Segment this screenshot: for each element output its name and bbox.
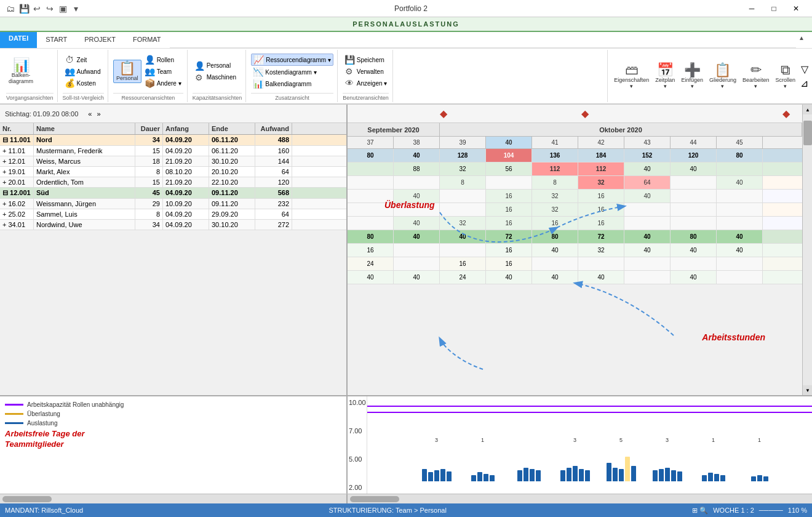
month-oct: Oktober 2020 [440,123,802,136]
eigenschaften-button[interactable]: 🗃 Eigenschaften▾ [611,62,651,90]
grid-h1-37: 80 [348,149,394,162]
aufwand-icon: 👥 [65,66,74,76]
tab-datei[interactable]: DATEI [0,32,37,48]
grid-h2-42: 112 [578,162,624,175]
stichtag-bar: Stichtag: 01.09.20 08:00 « » [0,105,346,123]
nav-fwd-arrow[interactable]: » [97,110,100,118]
grid-h1-43: 152 [624,149,671,162]
filter2-icon[interactable]: ⊿ [800,78,808,89]
h-scrollbar-right[interactable] [348,494,812,503]
td-anfang: 10.09.20 [163,199,209,209]
grid-h2-41: 112 [532,162,578,175]
td-ende: 20.10.20 [209,167,255,177]
einfuegen-icon: ➕ [684,63,701,77]
table-row: + 34.01 Nordwind, Uwe 34 04.09.20 30.10.… [0,220,346,230]
minimize-button[interactable]: ─ [741,0,763,17]
andere-button[interactable]: 📦Andere ▾ [143,78,183,89]
td-anfang: 04.09.20 [163,188,209,198]
td-name: Mustermann, Frederik [34,146,135,156]
td-nr: + 11.01 [0,146,34,156]
table-row: ⊟ 11.001 Nord 34 04.09.20 06.11.20 488 [0,135,346,146]
aufwand-button[interactable]: 👥Aufwand [63,66,103,77]
rollen-button[interactable]: 👤Rollen [143,54,183,65]
personal-kap-button[interactable]: 👤Personal [193,60,238,71]
team-button[interactable]: 👥Team [143,66,183,77]
bar-count-42: 5 [619,437,623,443]
vertical-scrollbar[interactable]: ▲ ▼ [802,105,812,395]
arbeitsstunden-annotation: Arbeitsstunden [702,332,765,342]
h-scroll-thumb-left[interactable] [2,496,52,502]
week-row: 37 38 39 40 41 42 43 44 45 [348,137,802,149]
h-scroll-thumb-right[interactable] [350,496,399,502]
ribbon-group-benutzer: 💾Speichern ⚙Verwalten 👁Anzeigen ▾ Benutz… [339,50,393,102]
bar [428,472,433,481]
maschinen-button[interactable]: ⚙Maschinen [193,72,238,83]
week-38: 38 [394,137,440,148]
status-woche: WOCHE 1 : 2 [713,507,754,514]
personal-res-button[interactable]: 📋 Personal [113,60,141,83]
save-icon[interactable]: 💾 [18,3,30,14]
zeit-button[interactable]: ⏱Zeit [63,54,103,65]
tab-start[interactable]: START [37,32,76,48]
th-ende: Ende [209,123,255,134]
quick-access: 💾 ↩ ↪ ▣ ▾ [18,3,81,14]
tab-projekt[interactable]: PROJEKT [76,32,124,48]
undo-icon[interactable]: ↩ [31,3,42,14]
grid-h1-40: 104 [486,149,532,162]
gliederung-button[interactable]: 📋 Gliederung▾ [707,62,739,90]
kostendiagramm-button[interactable]: 📉Kostendiagramm ▾ [251,66,333,78]
filter-icon[interactable]: ▽ [801,63,808,75]
bar [763,476,768,481]
bar-count-39: 1 [481,437,484,443]
legend-auslastung-text: Auslastung [27,420,57,427]
redo-icon[interactable]: ↪ [44,3,55,14]
zeitplan-button[interactable]: 📅 Zeitplan▾ [653,62,677,90]
td-dauer: 34 [135,220,163,230]
scroll-thumb[interactable] [803,121,812,145]
verwalten-button[interactable]: ⚙Verwalten [343,66,389,77]
maximize-button[interactable]: □ [763,0,785,17]
grid-h1-41: 136 [532,149,578,162]
td-ende: 30.10.20 [209,156,255,166]
ribbon-collapse-icon[interactable]: ▲ [796,32,807,43]
td-dauer: 15 [135,146,163,156]
scroll-down-arrow[interactable]: ▼ [803,385,812,395]
anzeigen-button[interactable]: 👁Anzeigen ▾ [343,78,389,89]
td-aufwand: 160 [255,146,292,156]
td-dauer: 18 [135,156,163,166]
td-anfang: 04.09.20 [163,220,209,230]
week-bars-45: 1 [736,437,782,481]
bar [671,470,676,481]
bar [702,475,707,481]
diamond1: ◆ [440,108,447,119]
window-icon[interactable]: ▣ [57,3,68,14]
bearbeiten-button[interactable]: ✏ Bearbeiten▾ [740,62,772,90]
y-label-7: 7.00 [349,427,365,435]
status-mandant: MANDANT: Rillsoft_Cloud [5,507,83,514]
ressourcendiagramm-button[interactable]: 📈Ressourcendiagramm ▾ [251,54,333,66]
td-nr: ⊟ 11.001 [0,135,34,145]
nav-back-arrow[interactable]: « [88,110,92,118]
title-bar: 🗂 💾 ↩ ↪ ▣ ▾ Portfolio 2 ─ □ ✕ [0,0,812,17]
speichern-button[interactable]: 💾Speichern [343,54,389,65]
scrollen-button[interactable]: ⧉ Scrollen▾ [773,62,798,90]
kosten-button[interactable]: 💰Kosten [63,78,103,89]
balkendiagramm-zus-button[interactable]: 📊Balkendiagramm [251,78,333,89]
close-button[interactable]: ✕ [785,0,807,17]
td-anfang: 04.09.20 [163,209,209,219]
einfuegen-button[interactable]: ➕ Einfügen▾ [679,62,706,90]
maschinen-icon: ⚙ [194,73,204,82]
h-scrollbar-left[interactable] [0,494,348,503]
dropdown-icon[interactable]: ▾ [70,3,81,14]
tab-format[interactable]: FORMAT [124,32,170,48]
table-row: + 25.02 Sammel, Luis 8 04.09.20 29.09.20… [0,209,346,220]
td-nr: + 12.01 [0,156,34,166]
ribbon-content: 📊 Balken-diagramm Vorgangsansichten ⏱Zei… [0,48,812,103]
balkendiagramm-button[interactable]: 📊 Balken-diagramm [6,57,36,86]
td-nr: + 19.01 [0,167,34,177]
scroll-up-arrow[interactable]: ▲ [803,105,812,114]
week-43: 43 [624,137,671,148]
kostdiag-icon: 📉 [253,67,263,77]
bar [579,469,584,481]
bar [708,473,713,481]
